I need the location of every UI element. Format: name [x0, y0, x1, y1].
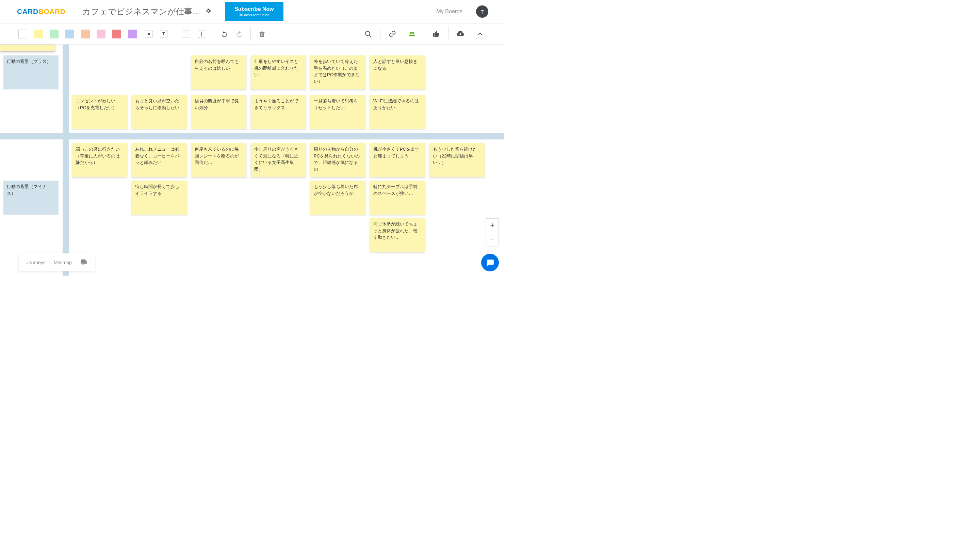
card[interactable]: 店員の態度が丁寧で良い気分	[191, 95, 247, 129]
app-header: CARDBOARD カフェでビジネスマンが仕事… Subscribe Now 3…	[0, 0, 504, 24]
card[interactable]: 待ち時間が長くて少しイライラする	[132, 181, 187, 215]
divider	[213, 27, 213, 41]
toolbar: T	[0, 24, 504, 44]
board-title[interactable]: カフェでビジネスマンが仕事…	[82, 6, 200, 17]
logo-part2: BOARD	[38, 8, 66, 15]
board-canvas[interactable]: 行動の背景（プラス） 行動の背景（マイナス） 自分の名前を呼んでもらえるのは嬉し…	[0, 44, 504, 276]
vline-tool-button[interactable]	[196, 29, 207, 39]
row-label-minus[interactable]: 行動の背景（マイナス）	[3, 181, 59, 215]
comments-icon[interactable]	[80, 258, 88, 266]
card[interactable]: 人と話すと良い息抜きになる	[370, 56, 425, 89]
color-swatch-pink[interactable]	[97, 30, 105, 38]
subscribe-label: Subscribe Now	[234, 6, 274, 12]
journeys-tab[interactable]: Journeys	[26, 260, 46, 265]
card[interactable]: 同じ体勢が続いてちょっと身体が疲れた。軽く動きたい…	[370, 218, 425, 252]
logo-part1: CARD	[17, 8, 38, 15]
color-swatch-orange[interactable]	[81, 30, 90, 38]
people-button[interactable]	[407, 29, 417, 39]
undo-button[interactable]	[219, 29, 229, 39]
color-swatch-white[interactable]	[18, 30, 27, 38]
divider	[175, 27, 175, 41]
divider	[448, 27, 449, 41]
color-swatch-blue[interactable]	[65, 30, 74, 38]
color-swatch-purple[interactable]	[128, 30, 137, 38]
thumbs-up-button[interactable]	[431, 29, 441, 39]
zoom-control: + −	[486, 218, 499, 246]
subscribe-sub: 30 days remaining	[234, 13, 274, 17]
chat-button[interactable]	[481, 254, 499, 271]
text-tool-button[interactable]: T	[159, 29, 169, 39]
avatar[interactable]: T	[476, 5, 488, 18]
card[interactable]: 特に丸テーブルは手前のスペースが狭い…	[370, 181, 425, 215]
redo-button[interactable]	[234, 29, 244, 39]
card[interactable]: あれこれメニューは必要なく、コーヒーをパッと頼みたい	[132, 143, 187, 177]
divider	[380, 27, 380, 41]
card[interactable]: 自分の名前を呼んでもらえるのは嬉しい	[191, 56, 247, 89]
gear-icon[interactable]	[205, 8, 211, 16]
zoom-out-button[interactable]: −	[486, 232, 498, 246]
card[interactable]: もっと良い席が空いたらそっちに移動したい	[132, 95, 187, 129]
horizontal-band	[0, 133, 504, 140]
vertical-band	[63, 44, 69, 276]
minimap-tab[interactable]: Minimap	[54, 260, 72, 265]
card[interactable]: 端っこの席に行きたい（背後に人がいるのは嫌だから）	[72, 143, 127, 177]
card[interactable]: もう少し落ち着いた席が空かないだろうか	[310, 181, 366, 215]
card[interactable]: もう少し作業を続けたい（22時に閉店は早い…）	[430, 143, 485, 177]
card[interactable]: ようやく座ることができてリラックス	[251, 95, 306, 129]
link-button[interactable]	[387, 29, 398, 39]
logo[interactable]: CARDBOARD	[17, 8, 65, 16]
svg-point-3	[412, 32, 414, 34]
search-button[interactable]	[363, 29, 373, 39]
card[interactable]	[0, 44, 55, 51]
card[interactable]: コンセントが欲しい（PCを充電したい）	[72, 95, 127, 129]
color-swatch-red[interactable]	[112, 30, 121, 38]
svg-point-2	[410, 32, 412, 34]
card[interactable]: 何度も来ているのに毎回レシートを断るのが面倒だ…	[191, 143, 247, 177]
card[interactable]: 仕事をしやすいイスと机の距離感に合わせたい	[251, 56, 306, 89]
zoom-in-button[interactable]: +	[486, 219, 498, 232]
svg-point-1	[366, 31, 370, 35]
hline-tool-button[interactable]	[181, 29, 192, 39]
footer-bar: Journeys Minimap	[19, 254, 95, 271]
color-swatch-yellow[interactable]	[34, 30, 43, 38]
divider	[424, 27, 424, 41]
row-label-plus[interactable]: 行動の背景（プラス）	[3, 56, 59, 89]
my-boards-link[interactable]: My Boards	[437, 8, 463, 14]
card[interactable]: 周りの人物から自分のPCを見られたくないので、距離感が気になるの	[310, 143, 366, 177]
collapse-button[interactable]	[475, 29, 485, 39]
card[interactable]: 机が小さくてPCを出すと埋まってしまう	[370, 143, 425, 177]
subscribe-button[interactable]: Subscribe Now 30 days remaining	[225, 2, 283, 21]
card[interactable]: Wi-Fiに接続できるのはありがたい	[370, 95, 425, 129]
download-button[interactable]	[455, 29, 466, 39]
image-tool-button[interactable]	[143, 29, 154, 39]
card[interactable]: 少し周りの声がうるさくて気になる（特に近くにいる女子高生集団）	[251, 143, 306, 177]
divider	[250, 27, 251, 41]
trash-button[interactable]	[257, 29, 267, 39]
color-swatch-green[interactable]	[50, 30, 59, 38]
card[interactable]: 一旦落ち着いて思考をリセットしたい	[310, 95, 366, 129]
svg-point-0	[148, 33, 150, 35]
card[interactable]: 外を歩いていて冷えた手を温めたい（このままではPC作業ができない）	[310, 56, 366, 89]
